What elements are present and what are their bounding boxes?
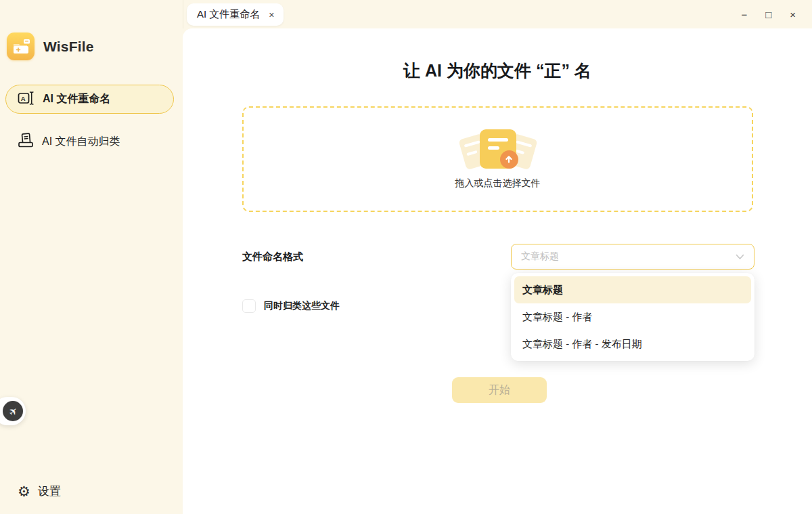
settings-button[interactable]: ⚙ 设置	[18, 484, 61, 499]
upload-files-icon	[460, 129, 536, 171]
naming-format-label: 文件命名格式	[242, 251, 303, 263]
sidebar-item-label: AI 文件自动归类	[42, 135, 120, 149]
sidebar-item-ai-classify[interactable]: AI 文件自动归类	[5, 131, 174, 152]
close-button[interactable]: ×	[790, 9, 796, 20]
sidebar-item-label: AI 文件重命名	[43, 92, 110, 106]
select-placeholder: 文章标题	[521, 251, 559, 263]
naming-format-select[interactable]: 文章标题	[511, 244, 754, 270]
svg-text:A: A	[21, 95, 26, 102]
main-content: 让 AI 为你的文件 “正” 名 拖入或点击选择文件 文件命名格式 文章标题	[183, 28, 812, 514]
classify-checkbox[interactable]	[242, 299, 256, 313]
classify-icon	[17, 132, 35, 151]
gear-icon: ⚙	[18, 484, 30, 498]
dropdown-option-title[interactable]: 文章标题	[514, 276, 751, 303]
wisfile-logo-icon	[7, 33, 35, 60]
app-brand: WisFile	[7, 33, 94, 60]
start-button[interactable]: 开始	[452, 377, 547, 403]
chevron-down-icon	[736, 251, 744, 263]
tab-ai-rename[interactable]: AI 文件重命名 ×	[187, 3, 284, 26]
minimize-button[interactable]: −	[741, 9, 747, 20]
wisfile-window: WisFile A AI 文件重命名	[0, 0, 812, 514]
app-title: WisFile	[43, 39, 94, 55]
dropzone-label: 拖入或点击选择文件	[455, 177, 541, 190]
rename-icon: A	[18, 91, 35, 108]
tab-close-icon[interactable]: ×	[269, 9, 274, 20]
dropdown-option-title-author[interactable]: 文章标题 - 作者	[514, 303, 751, 330]
sidebar: WisFile A AI 文件重命名	[0, 0, 183, 514]
airplane-button[interactable]: ✈	[3, 401, 23, 421]
window-controls: − □ ×	[741, 0, 796, 28]
titlebar: AI 文件重命名 × − □ ×	[183, 0, 812, 28]
file-dropzone[interactable]: 拖入或点击选择文件	[242, 106, 753, 212]
naming-format-dropdown: 文章标题 文章标题 - 作者 文章标题 - 作者 - 发布日期	[511, 273, 754, 361]
classify-checkbox-label: 同时归类这些文件	[264, 300, 340, 312]
classify-checkbox-row: 同时归类这些文件	[242, 299, 340, 313]
dropdown-option-title-author-date[interactable]: 文章标题 - 作者 - 发布日期	[514, 330, 751, 358]
sidebar-item-ai-rename[interactable]: A AI 文件重命名	[5, 85, 174, 114]
tab-label: AI 文件重命名	[197, 8, 260, 21]
upload-arrow-icon	[500, 150, 518, 169]
page-title: 让 AI 为你的文件 “正” 名	[183, 60, 812, 82]
airplane-icon: ✈	[6, 404, 20, 418]
settings-label: 设置	[38, 484, 61, 499]
quick-launch-pill[interactable]: ✈	[0, 397, 26, 425]
maximize-button[interactable]: □	[765, 9, 771, 20]
